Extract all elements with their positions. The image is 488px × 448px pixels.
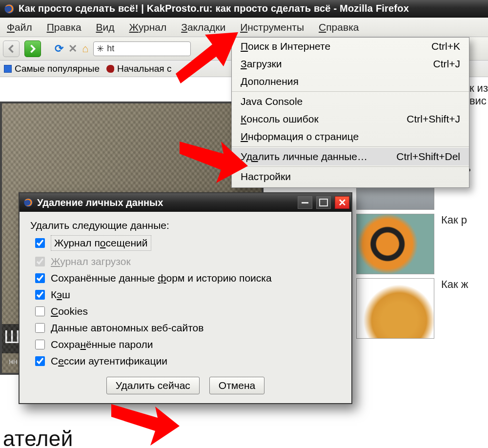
checkbox-cache[interactable]: Кэш [35, 289, 341, 301]
menubar: Файл Правка Вид Журнал Закладки Инструме… [0, 18, 488, 37]
stop-button[interactable]: ✕ [68, 42, 77, 55]
checkbox-input[interactable] [35, 238, 45, 248]
menu-item-error-console[interactable]: Консоль ошибок Ctrl+Shift+J [232, 110, 469, 128]
checkbox-input[interactable] [35, 290, 45, 300]
shortcut-label: Ctrl+K [431, 41, 460, 52]
menu-item-label: Java Console [241, 96, 303, 107]
clear-private-data-dialog: Удаление личных данных ✕ Удалить следующ… [19, 192, 352, 404]
chevron-left-icon [7, 44, 16, 53]
page-text-fragment: ателей [3, 427, 73, 448]
menu-item-addons[interactable]: Дополнения [232, 73, 469, 90]
menu-file[interactable]: Файл [3, 20, 36, 35]
checkbox-input [35, 257, 45, 266]
menu-tools[interactable]: Инструменты [236, 20, 308, 35]
close-button[interactable]: ✕ [335, 196, 349, 209]
site-icon: ✳ [97, 43, 104, 54]
hero-subtext: нн [2, 357, 18, 366]
clear-now-button[interactable]: Удалить сейчас [106, 377, 200, 394]
menu-item-downloads[interactable]: Загрузки Ctrl+J [232, 55, 469, 73]
menu-item-settings[interactable]: Настройки [232, 168, 469, 187]
menu-item-label: Настройки [241, 171, 291, 183]
reload-button[interactable]: ⟳ [55, 42, 63, 55]
menu-item-clear-private-data[interactable]: Удалить личные данные… Ctrl+Shift+Del [232, 148, 469, 165]
checkbox-input[interactable] [35, 340, 45, 349]
menu-item-web-search[interactable]: Поиск в Интернете Ctrl+K [232, 38, 469, 55]
maximize-button[interactable] [316, 196, 331, 209]
dialog-prompt: Удалить следующие данные: [30, 220, 341, 231]
sidebar-text: Как р [441, 214, 467, 226]
menu-item-page-info[interactable]: Информация о странице [232, 128, 469, 145]
chevron-right-icon [28, 44, 37, 53]
sidebar-text: вис [469, 95, 488, 107]
checkbox-input[interactable] [35, 323, 45, 333]
url-text: ht [107, 43, 114, 54]
tools-dropdown: Поиск в Интернете Ctrl+K Загрузки Ctrl+J… [231, 37, 469, 188]
back-button[interactable] [3, 41, 20, 57]
checkbox-input[interactable] [35, 273, 45, 283]
firefox-icon [23, 198, 33, 207]
bookmark-popular[interactable]: Самые популярные [4, 63, 100, 74]
checkbox-history[interactable]: Журнал посещений [35, 235, 341, 251]
menu-item-java-console[interactable]: Java Console [232, 93, 469, 110]
menu-bookmarks[interactable]: Закладки [177, 20, 229, 35]
sidebar-text: к из [469, 82, 488, 95]
firefox-icon [4, 3, 15, 14]
shortcut-label: Ctrl+Shift+J [407, 113, 460, 125]
thumbnail [356, 214, 434, 274]
menu-history[interactable]: Журнал [125, 20, 171, 35]
sidebar-row[interactable]: Как ж [356, 278, 488, 339]
thumbnail [356, 278, 434, 339]
bookmark-label: Самые популярные [15, 63, 100, 74]
checkbox-input[interactable] [35, 306, 45, 316]
checkbox-passwords[interactable]: Сохранённые пароли [35, 339, 341, 350]
titlebar: Как просто сделать всё! | KakProsto.ru: … [0, 0, 488, 18]
minimize-button[interactable] [298, 196, 312, 209]
bookmark-icon [106, 65, 114, 73]
checkbox-offline-data[interactable]: Данные автономных веб-сайтов [35, 322, 341, 334]
shortcut-label: Ctrl+Shift+Del [396, 151, 460, 163]
sidebar-row[interactable]: Как р [356, 214, 488, 274]
checkbox-auth-sessions[interactable]: Сессии аутентификации [35, 355, 341, 367]
url-bar[interactable]: ✳ ht [93, 41, 191, 56]
dialog-title: Удаление личных данных [37, 197, 294, 208]
home-button[interactable]: ⌂ [82, 42, 88, 55]
checkbox-cookies[interactable]: Cookies [35, 305, 341, 317]
forward-button[interactable] [24, 41, 41, 57]
menu-edit[interactable]: Правка [43, 20, 85, 35]
menu-help[interactable]: Справка [315, 20, 363, 35]
menu-view[interactable]: Вид [92, 20, 119, 35]
window-title: Как просто сделать всё! | KakProsto.ru: … [19, 3, 409, 14]
checkbox-form-data[interactable]: Сохранённые данные форм и историю поиска [35, 272, 341, 284]
checkbox-downloads-history: Журнал загрузок [35, 256, 341, 267]
dialog-titlebar: Удаление личных данных ✕ [20, 193, 351, 212]
bookmark-icon [4, 65, 12, 73]
cancel-button[interactable]: Отмена [209, 377, 264, 394]
checkbox-input[interactable] [35, 356, 45, 366]
shortcut-label: Ctrl+J [433, 58, 460, 70]
bookmark-label: Начальная с [117, 63, 171, 74]
dialog-body: Удалить следующие данные: Журнал посещен… [20, 212, 351, 403]
sidebar-text: Как ж [441, 278, 468, 291]
bookmark-start[interactable]: Начальная с [106, 63, 171, 74]
